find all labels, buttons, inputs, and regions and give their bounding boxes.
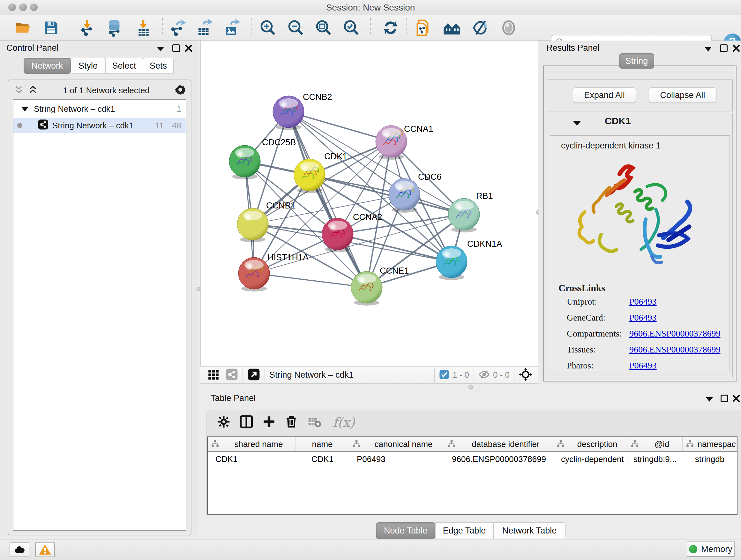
- splitter-handle[interactable]: [468, 385, 473, 389]
- crosslink-row: Compartments: 9606.ENSP00000378699: [567, 328, 726, 339]
- genecard-link[interactable]: P06493: [629, 313, 657, 323]
- panel-float-icon[interactable]: [720, 44, 728, 52]
- table-row[interactable]: CDK1CDK1P064939606.ENSP00000378699cyclin…: [208, 452, 737, 466]
- save-floppy-icon[interactable]: [42, 19, 60, 37]
- import-database-icon[interactable]: [105, 19, 123, 37]
- collapse-all-icon[interactable]: [14, 85, 23, 96]
- network-node-CDKN1A[interactable]: CDKN1A: [436, 239, 502, 280]
- tab-network-table[interactable]: Network Table: [493, 522, 565, 539]
- table-gear-icon[interactable]: [217, 415, 230, 429]
- cell-5[interactable]: stringdb:9...: [627, 452, 683, 466]
- panel-float-icon[interactable]: [172, 44, 180, 52]
- gear-icon[interactable]: [175, 84, 186, 97]
- cell-6[interactable]: stringdb: [683, 452, 737, 466]
- delete-table-icon[interactable]: [307, 415, 321, 430]
- network-tree-toolbar: 1 of 1 Network selected: [11, 83, 188, 98]
- hidden-counts: 0 - 0: [493, 370, 510, 380]
- import-table-icon[interactable]: [135, 19, 152, 37]
- uniprot-link[interactable]: P06493: [629, 297, 657, 307]
- open-folder-icon[interactable]: [14, 19, 32, 37]
- table-panel: Table Panel f(x) shared namenamecanonica…: [200, 391, 741, 540]
- cell-4[interactable]: cyclin-dependent ...: [553, 452, 627, 466]
- hidden-eye-icon[interactable]: [478, 369, 490, 381]
- node-label: HIST1H1A: [267, 253, 309, 262]
- column-header-3[interactable]: database identifier: [444, 437, 553, 451]
- cloud-button[interactable]: [10, 543, 29, 557]
- zoom-fit-icon[interactable]: [315, 19, 333, 37]
- status-bar: Memory: [0, 540, 741, 560]
- memory-button[interactable]: Memory: [687, 542, 735, 557]
- zoom-out-icon[interactable]: [287, 19, 305, 37]
- export-image-icon[interactable]: [223, 19, 241, 37]
- selected-checkbox-icon[interactable]: [439, 369, 449, 381]
- section-expander-icon[interactable]: [573, 121, 581, 126]
- expand-all-button[interactable]: Expand All: [573, 87, 636, 103]
- panel-close-icon[interactable]: [732, 44, 740, 54]
- tree-expander-icon[interactable]: [21, 107, 29, 111]
- cell-1[interactable]: CDK1: [296, 452, 349, 466]
- show-panel-icon[interactable]: [500, 19, 518, 37]
- column-header-2[interactable]: canonical name: [349, 437, 444, 451]
- panel-float-icon[interactable]: [721, 395, 728, 402]
- detach-view-icon[interactable]: [247, 368, 260, 382]
- network-view-title: String Network – cdk1: [269, 370, 354, 380]
- panel-collapse-icon[interactable]: [157, 47, 164, 51]
- tab-edge-table[interactable]: Edge Table: [435, 522, 493, 539]
- tab-network[interactable]: Network: [23, 58, 71, 74]
- panel-close-icon[interactable]: [185, 44, 193, 54]
- show-columns-icon[interactable]: [240, 415, 253, 430]
- network-node-HIST1H1A[interactable]: HIST1H1A: [239, 253, 309, 292]
- column-header-6[interactable]: namespac: [683, 437, 737, 451]
- toolbar-separator: [370, 18, 371, 37]
- tab-sets[interactable]: Sets: [143, 58, 174, 74]
- left-splitter-handle[interactable]: [196, 287, 200, 291]
- clone-network-icon[interactable]: [414, 19, 431, 37]
- crosslink-row: Tissues: 9606.ENSP00000378699: [567, 345, 726, 355]
- compartments-link[interactable]: 9606.ENSP00000378699: [629, 328, 720, 339]
- panel-close-icon[interactable]: [732, 394, 740, 404]
- function-builder-icon[interactable]: f(x): [333, 415, 355, 430]
- toolbar-separator: [252, 18, 252, 37]
- zoom-in-icon[interactable]: [259, 19, 277, 37]
- warning-button[interactable]: [35, 543, 55, 557]
- cell-3[interactable]: 9606.ENSP00000378699: [444, 452, 553, 466]
- network-canvas[interactable]: CCNB2CCNA1CDC25BCDK1CDC6RB1CCNB1CCNA2CDK…: [200, 41, 538, 366]
- zoom-selected-icon[interactable]: [342, 19, 360, 37]
- hide-panels-icon[interactable]: [472, 19, 489, 37]
- network-row[interactable]: String Network – cdk1 11 48: [13, 118, 186, 133]
- panel-collapse-icon[interactable]: [704, 47, 712, 51]
- export-table-icon[interactable]: [195, 19, 213, 37]
- network-node-CDC25B[interactable]: CDC25B: [229, 138, 296, 179]
- node-label: CCNB2: [303, 92, 332, 102]
- tissues-link[interactable]: 9606.ENSP00000378699: [629, 345, 720, 355]
- tab-string[interactable]: String: [619, 53, 654, 69]
- home-icon[interactable]: [443, 19, 461, 37]
- crosslinks-heading: CrossLinks: [558, 283, 605, 294]
- network-collection-row[interactable]: String Network – cdk1 1: [13, 101, 186, 117]
- cell-0[interactable]: CDK1: [208, 452, 296, 466]
- horizontal-splitter[interactable]: [200, 384, 741, 391]
- grid-view-icon[interactable]: [207, 368, 219, 382]
- refresh-icon[interactable]: [382, 19, 400, 37]
- birdseye-icon[interactable]: [519, 368, 532, 382]
- network-node-RB1[interactable]: RB1: [448, 191, 493, 233]
- network-node-CCNB1[interactable]: CCNB1: [237, 201, 295, 242]
- column-header-5[interactable]: @id: [627, 437, 683, 451]
- pharos-link[interactable]: P06493: [629, 361, 657, 371]
- column-header-1[interactable]: name: [296, 437, 349, 451]
- panel-collapse-icon[interactable]: [706, 397, 713, 401]
- expand-all-icon[interactable]: [28, 85, 38, 96]
- delete-column-icon[interactable]: [285, 415, 298, 429]
- tab-node-table[interactable]: Node Table: [376, 522, 435, 539]
- cell-2[interactable]: P06493: [349, 452, 444, 466]
- collapse-all-button[interactable]: Collapse All: [649, 87, 717, 103]
- network-share-view-icon[interactable]: [225, 368, 238, 382]
- tab-style[interactable]: Style: [71, 58, 105, 74]
- import-network-icon[interactable]: [78, 19, 96, 37]
- tab-select[interactable]: Select: [105, 58, 143, 74]
- export-network-icon[interactable]: [169, 19, 186, 37]
- column-header-4[interactable]: description: [553, 437, 627, 451]
- column-header-0[interactable]: shared name: [208, 437, 296, 451]
- add-column-icon[interactable]: [263, 415, 275, 429]
- node-label: CDKN1A: [467, 239, 502, 249]
